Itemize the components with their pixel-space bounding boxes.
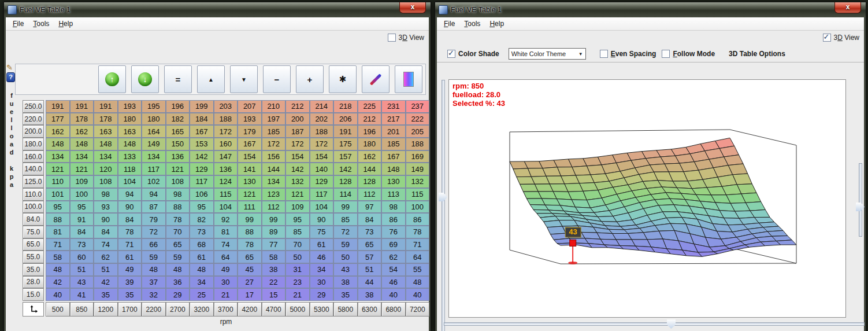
table-cell[interactable]: 40: [406, 288, 430, 301]
table-cell[interactable]: 71: [406, 238, 430, 251]
table-cell[interactable]: 95: [70, 201, 94, 214]
table-cell[interactable]: 99: [262, 213, 286, 226]
table-cell[interactable]: 43: [333, 263, 358, 276]
table-cell[interactable]: 187: [285, 125, 310, 138]
table-cell[interactable]: 121: [238, 188, 262, 201]
table-cell[interactable]: 84: [118, 213, 142, 226]
table-cell[interactable]: 104: [118, 175, 142, 188]
table-cell[interactable]: 99: [333, 201, 358, 214]
table-cell[interactable]: 206: [333, 113, 358, 126]
table-cell[interactable]: 144: [358, 163, 382, 175]
table-cell[interactable]: 191: [46, 100, 70, 113]
table-cell[interactable]: 193: [118, 100, 142, 113]
table-cell[interactable]: 65: [358, 238, 382, 251]
table-cell[interactable]: 202: [310, 113, 334, 126]
table-cell[interactable]: 199: [190, 100, 214, 113]
table-cell[interactable]: 162: [70, 125, 94, 138]
table-cell[interactable]: 109: [285, 201, 310, 214]
table-cell[interactable]: 222: [406, 113, 430, 126]
multiply-button[interactable]: ✱: [329, 65, 357, 93]
col-header[interactable]: 1700: [118, 302, 142, 317]
table-cell[interactable]: 156: [262, 150, 286, 163]
table-cell[interactable]: 207: [238, 100, 262, 113]
table-cell[interactable]: 112: [358, 188, 382, 201]
table-cell[interactable]: 164: [142, 125, 166, 138]
table-cell[interactable]: 48: [46, 263, 70, 276]
table-cell[interactable]: 61: [190, 251, 214, 263]
table-cell[interactable]: 70: [166, 226, 190, 238]
table-cell[interactable]: 88: [166, 201, 190, 214]
table-cell[interactable]: 167: [381, 150, 406, 163]
table-cell[interactable]: 62: [381, 251, 406, 263]
table-cell[interactable]: 130: [381, 175, 406, 188]
table-cell[interactable]: 41: [70, 288, 94, 301]
table-cell[interactable]: 59: [166, 251, 190, 263]
col-header[interactable]: 3700: [214, 302, 238, 317]
table-cell[interactable]: 148: [70, 138, 94, 150]
table-cell[interactable]: 147: [214, 150, 238, 163]
table-cell[interactable]: 29: [166, 288, 190, 301]
table-cell[interactable]: 177: [46, 113, 70, 126]
3d-surface-canvas[interactable]: [449, 80, 845, 317]
table-cell[interactable]: 188: [406, 138, 430, 150]
table-cell[interactable]: 231: [381, 100, 406, 113]
row-header[interactable]: 75.0: [23, 226, 44, 238]
table-cell[interactable]: 98: [94, 188, 118, 201]
table-cell[interactable]: 178: [94, 113, 118, 126]
table-cell[interactable]: 128: [333, 175, 358, 188]
table-cell[interactable]: 46: [310, 251, 334, 263]
table-cell[interactable]: 212: [285, 100, 310, 113]
table-cell[interactable]: 66: [142, 238, 166, 251]
table-cell[interactable]: 99: [238, 213, 262, 226]
table-cell[interactable]: 154: [238, 150, 262, 163]
table-cell[interactable]: 90: [94, 213, 118, 226]
table-cell[interactable]: 184: [190, 113, 214, 126]
follow-mode-checkbox[interactable]: [662, 50, 670, 58]
table-cell[interactable]: 100: [70, 188, 94, 201]
even-spacing-checkbox[interactable]: [600, 50, 608, 58]
table-cell[interactable]: 84: [358, 213, 382, 226]
menu-tools[interactable]: Tools: [28, 19, 54, 29]
table-cell[interactable]: 97: [358, 201, 382, 214]
table-cell[interactable]: 212: [358, 113, 382, 126]
menu-tools[interactable]: Tools: [459, 19, 485, 29]
rotation-slider-thumb[interactable]: [667, 319, 676, 329]
table-cell[interactable]: 90: [310, 213, 334, 226]
table-cell[interactable]: 149: [406, 163, 430, 175]
table-cell[interactable]: 203: [214, 100, 238, 113]
table-cell[interactable]: 163: [94, 125, 118, 138]
table-cell[interactable]: 118: [118, 163, 142, 175]
table-cell[interactable]: 88: [238, 226, 262, 238]
table-cell[interactable]: 123: [262, 188, 286, 201]
table-cell[interactable]: 78: [118, 226, 142, 238]
table-cell[interactable]: 148: [381, 163, 406, 175]
table-cell[interactable]: 180: [358, 138, 382, 150]
table-cell[interactable]: 76: [381, 226, 406, 238]
table-cell[interactable]: 58: [46, 251, 70, 263]
table-cell[interactable]: 217: [381, 113, 406, 126]
table-cell[interactable]: 162: [46, 125, 70, 138]
row-header[interactable]: 65.0: [23, 238, 44, 251]
table-cell[interactable]: 124: [214, 175, 238, 188]
table-cell[interactable]: 65: [238, 251, 262, 263]
table-cell[interactable]: 73: [190, 226, 214, 238]
col-header[interactable]: 7200: [406, 302, 430, 317]
table-cell[interactable]: 62: [94, 251, 118, 263]
menu-file[interactable]: File: [439, 19, 459, 29]
table-cell[interactable]: 44: [358, 276, 382, 289]
col-header[interactable]: 4700: [262, 302, 286, 317]
col-header[interactable]: 3200: [190, 302, 214, 317]
table-cell[interactable]: 35: [118, 288, 142, 301]
table-cell[interactable]: 188: [310, 125, 334, 138]
row-header[interactable]: 140.0: [23, 163, 44, 175]
table-cell[interactable]: 121: [46, 163, 70, 175]
table-cell[interactable]: 117: [142, 163, 166, 175]
table-cell[interactable]: 27: [238, 276, 262, 289]
table-cell[interactable]: 42: [46, 276, 70, 289]
table-cell[interactable]: 78: [238, 238, 262, 251]
table-cell[interactable]: 77: [262, 238, 286, 251]
col-header[interactable]: 2200: [142, 302, 166, 317]
table-cell[interactable]: 101: [46, 188, 70, 201]
table-cell[interactable]: 191: [94, 100, 118, 113]
table-cell[interactable]: 225: [358, 100, 382, 113]
